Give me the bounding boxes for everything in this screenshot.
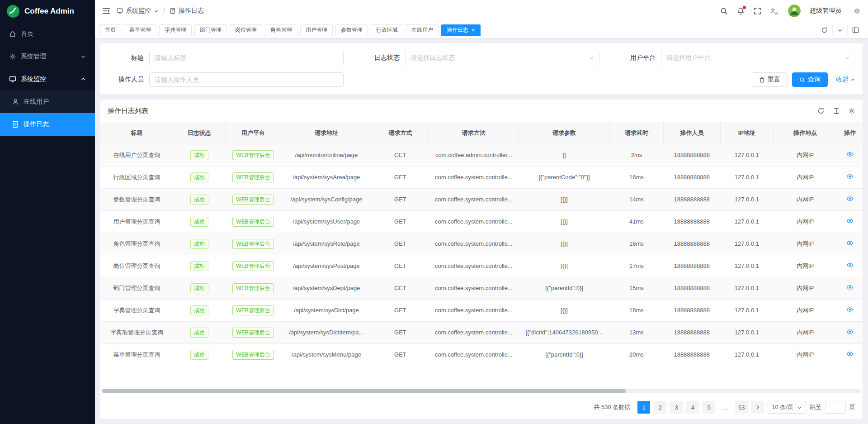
status-badge: 成功 [190, 328, 208, 338]
platform-badge: WEB管理后台 [232, 350, 274, 360]
view-icon[interactable] [846, 217, 854, 224]
filter-actions: 重置 查询 收起 [363, 72, 855, 87]
filter-panel: 标题 日志状态 请选择日志状态 用户平台 请选择用户平台 [100, 43, 863, 94]
collapse-filter-link[interactable]: 收起 [836, 76, 855, 84]
cell-ip: 127.0.0.1 [720, 255, 774, 277]
cell-ip: 127.0.0.1 [720, 277, 774, 299]
sidebar-item-home[interactable]: 首页 [0, 23, 95, 45]
tab[interactable]: 字典管理 × [159, 24, 192, 36]
platform-badge: WEB管理后台 [232, 261, 274, 271]
page-button[interactable]: ... [719, 401, 731, 414]
status-badge: 成功 [190, 350, 208, 360]
app-logo[interactable]: Coffee Admin [0, 0, 95, 23]
breadcrumb: 系统监控 / 操作日志 [117, 7, 204, 15]
tab[interactable]: 首页 × [99, 24, 121, 36]
view-icon[interactable] [846, 195, 854, 202]
tab-label: 操作日志 [447, 26, 468, 34]
view-icon[interactable] [846, 306, 854, 313]
page-button[interactable]: 1 [637, 401, 650, 414]
view-icon[interactable] [846, 328, 854, 335]
breadcrumb-item[interactable]: 系统监控 [126, 7, 151, 15]
tab-dropdown-icon[interactable] [832, 24, 847, 36]
page-button[interactable]: 4 [686, 401, 699, 414]
tab-refresh-icon[interactable] [816, 24, 832, 36]
sidebar-item-system-monitor[interactable]: 系统监控 [0, 68, 95, 91]
tab[interactable]: 部门管理 × [194, 24, 227, 36]
platform-badge: WEB管理后台 [232, 328, 274, 338]
cell-title: 在线用户分页查询 [100, 144, 173, 166]
jump-page-input[interactable] [825, 401, 846, 414]
layout-icon[interactable] [847, 24, 863, 36]
tab[interactable]: 操作日志 × [441, 24, 481, 36]
sidebar-item-operation-log[interactable]: 操作日志 [0, 113, 95, 136]
tab[interactable]: 角色管理 × [265, 24, 297, 36]
view-icon[interactable] [846, 350, 854, 357]
tab[interactable]: 用户管理 × [300, 24, 333, 36]
svg-text:文: 文 [770, 7, 775, 13]
status-select-placeholder: 请选择日志状态 [410, 54, 589, 62]
translate-icon[interactable]: 文A [770, 7, 779, 15]
tab[interactable]: 菜单管理 × [124, 24, 156, 36]
tab[interactable]: 岗位管理 × [230, 24, 262, 36]
row-height-icon[interactable] [833, 107, 840, 114]
cell-platform: WEB管理后台 [226, 144, 281, 166]
view-icon[interactable] [846, 284, 854, 291]
monitor-icon [117, 8, 123, 14]
status-badge: 成功 [190, 217, 208, 227]
fullscreen-icon[interactable] [754, 7, 761, 15]
chevron-down-icon [844, 55, 850, 61]
platform-badge: WEB管理后台 [232, 172, 274, 182]
status-badge: 成功 [190, 283, 208, 293]
table-row: 岗位管理分页查询 成功 WEB管理后台 /api/system/sysPost/… [100, 255, 863, 277]
search-icon[interactable] [720, 7, 728, 15]
scrollbar-thumb[interactable] [102, 389, 626, 393]
collapse-filter-label: 收起 [836, 76, 849, 84]
page-button[interactable]: 53 [735, 401, 748, 414]
title-input[interactable] [149, 51, 344, 65]
cell-status: 成功 [173, 277, 226, 299]
view-icon[interactable] [846, 173, 854, 180]
cell-ip: 127.0.0.1 [720, 321, 774, 343]
view-icon[interactable] [846, 151, 854, 158]
page-size-select[interactable]: 10 条/页 [768, 401, 806, 414]
gear-icon [9, 53, 16, 60]
bell-icon[interactable] [737, 7, 745, 15]
page-button[interactable]: 2 [654, 401, 666, 414]
horizontal-scrollbar[interactable] [102, 389, 861, 393]
page-button[interactable]: 5 [703, 401, 715, 414]
search-button[interactable]: 查询 [792, 72, 828, 87]
table-row: 参数管理分页查询 成功 WEB管理后台 /api/system/sysConfi… [100, 188, 863, 210]
sidebar-collapse-icon[interactable] [102, 7, 110, 14]
cell-actions [837, 255, 863, 277]
cell-request-function: com.coffee.system.controlle... [429, 299, 519, 321]
refresh-icon[interactable] [817, 107, 825, 114]
tab[interactable]: 参数管理 × [335, 24, 368, 36]
user-name[interactable]: 超级管理员 [810, 7, 841, 15]
sidebar-item-online-users[interactable]: 在线用户 [0, 91, 95, 113]
sidebar-item-system-management[interactable]: 系统管理 [0, 45, 95, 68]
settings-gear-icon[interactable] [853, 7, 861, 15]
cell-ip: 127.0.0.1 [720, 343, 774, 366]
user-icon [12, 98, 19, 105]
reset-button[interactable]: 重置 [752, 72, 788, 87]
tab[interactable]: 在线用户 × [406, 24, 439, 36]
tab-close-icon[interactable]: × [472, 27, 475, 33]
operator-input[interactable] [149, 72, 344, 87]
status-field-label: 日志状态 [363, 54, 400, 62]
next-page-button[interactable] [751, 401, 764, 414]
avatar[interactable] [788, 5, 801, 17]
chevron-down-icon[interactable] [154, 9, 159, 14]
view-icon[interactable] [846, 262, 854, 269]
table-empty-space [100, 366, 863, 389]
page-button[interactable]: 3 [670, 401, 683, 414]
tab-label: 首页 [105, 26, 116, 34]
sidebar-item-label: 操作日志 [24, 120, 49, 129]
cell-platform: WEB管理后台 [226, 166, 281, 188]
view-icon[interactable] [846, 239, 854, 247]
tab[interactable]: 行政区域 × [371, 24, 403, 36]
cell-actions [837, 321, 863, 343]
platform-select[interactable]: 请选择用户平台 [661, 51, 855, 65]
cell-ip: 127.0.0.1 [720, 233, 774, 255]
status-select[interactable]: 请选择日志状态 [405, 51, 599, 65]
column-settings-gear-icon[interactable] [848, 107, 855, 114]
